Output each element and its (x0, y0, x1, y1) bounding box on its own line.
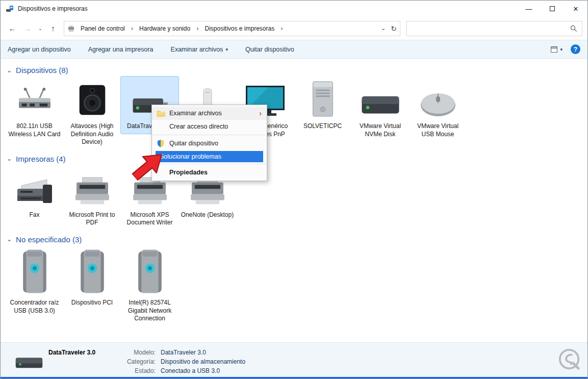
section-header-impresoras[interactable]: ⌄ Impresoras (4) (7, 155, 587, 163)
address-bar[interactable]: Panel de control › Hardware y sonido › D… (64, 21, 400, 36)
unspecified-grid: Concentrador raíz USB (USB 3.0) Disposit… (6, 246, 587, 326)
disk-drive-icon (359, 79, 402, 120)
search-icon[interactable] (566, 25, 582, 32)
back-button[interactable]: ← (6, 21, 19, 36)
maximize-button[interactable] (541, 1, 564, 17)
menu-item-label: Propiedades (169, 169, 208, 176)
collapse-chevron-icon: ⌄ (7, 156, 12, 161)
menu-item-crear-acceso-directo[interactable]: Crear acceso directo (152, 120, 267, 133)
menu-item-solucionar-problemas[interactable]: Solucionar problemas (156, 151, 263, 162)
context-menu: Examinar archivos › Crear acceso directo… (151, 105, 267, 181)
printer-tile-fax[interactable]: Fax (6, 165, 63, 222)
change-view-button[interactable]: ▾ (551, 46, 563, 53)
pc-tower-icon (309, 79, 337, 120)
fax-icon (14, 167, 55, 209)
search-box (406, 21, 582, 36)
menu-item-propiedades[interactable]: Propiedades (152, 166, 267, 179)
device-tile-solveticpc[interactable]: SOLVETICPC (294, 77, 351, 134)
titlebar: Dispositivos e impresoras — ✕ (1, 1, 587, 17)
add-device-label: Agregar un dispositivo (8, 46, 71, 53)
menu-item-quitar-dispositivo[interactable]: Quitar dispositivo (152, 137, 267, 150)
menu-item-label: Examinar archivos (169, 110, 222, 117)
property-label: Categoría: (116, 357, 156, 366)
add-device-button[interactable]: Agregar un dispositivo (8, 46, 71, 53)
browse-files-label: Examinar archivos (171, 46, 223, 53)
generic-device-icon (20, 248, 49, 297)
menu-item-label: Crear acceso directo (169, 123, 228, 130)
minimize-button[interactable]: — (517, 1, 541, 17)
device-properties: Modelo: DataTraveler 3.0 Categoría: Disp… (116, 348, 245, 375)
recent-locations-chevron-icon[interactable]: ⌄ (36, 21, 44, 36)
submenu-arrow-icon: › (259, 109, 262, 117)
device-tile-concentrador-raiz-usb[interactable]: Concentrador raíz USB (USB 3.0) (6, 246, 63, 318)
items-view: ⌄ Dispositivos (8) 802.11n USB Wireless … (1, 59, 587, 326)
menu-separator (152, 135, 266, 135)
printer-label: Fax (29, 211, 39, 222)
breadcrumb-separator-icon: › (280, 24, 283, 32)
devices-grid: 802.11n USB Wireless LAN Card Altavoces … (6, 77, 587, 149)
breadcrumb-separator-icon: › (131, 24, 134, 32)
device-tile-dispositivo-pci[interactable]: Dispositivo PCI (63, 246, 121, 310)
refresh-icon[interactable]: ↻ (391, 24, 397, 33)
device-label: Concentrador raíz USB (USB 3.0) (8, 299, 62, 318)
browse-files-button[interactable]: Examinar archivos ▾ (171, 46, 228, 53)
window-bottom-accent (1, 377, 587, 378)
printer-label: OneNote (Desktop) (181, 211, 234, 222)
device-label: Intel(R) 82574L Gigabit Network Connecti… (123, 299, 177, 326)
generic-device-icon (78, 248, 107, 297)
view-dropdown-caret-icon: ▾ (560, 47, 563, 52)
printers-grid: Fax Microsoft Print to PDF Microsoft XPS… (6, 165, 587, 230)
up-button[interactable]: ↑ (46, 21, 60, 36)
generic-device-icon (135, 248, 165, 297)
property-value: Conectado a USB 3.0 (161, 366, 220, 375)
device-tile-vmware-usb-mouse[interactable]: VMware Virtual USB Mouse (409, 77, 467, 141)
app-icon (6, 5, 14, 13)
device-tile-intel-gigabit-network[interactable]: Intel(R) 82574L Gigabit Network Connecti… (121, 246, 178, 326)
device-tile-vmware-nvme-disk[interactable]: VMware Virtual NVMe Disk (351, 77, 409, 141)
selected-device-icon (15, 348, 48, 372)
menu-item-label: Solucionar problemas (160, 153, 221, 160)
dropdown-caret-icon: ▾ (225, 47, 228, 52)
device-label: VMware Virtual NVMe Disk (353, 122, 407, 141)
printer-tile-microsoft-print-to-pdf[interactable]: Microsoft Print to PDF (63, 165, 121, 230)
devices-and-printers-window: { "window": { "title": "Dispositivos e i… (0, 0, 588, 379)
add-printer-label: Agregar una impresora (88, 46, 154, 53)
menu-item-examinar-archivos[interactable]: Examinar archivos › (152, 107, 267, 120)
menu-item-label: Quitar dispositivo (169, 140, 218, 147)
breadcrumb-item-panel-de-control[interactable]: Panel de control (78, 23, 127, 34)
printer-label: Microsoft Print to PDF (65, 211, 119, 230)
property-row-estado: Estado: Conectado a USB 3.0 (116, 366, 245, 375)
remove-device-button[interactable]: Quitar dispositivo (245, 46, 294, 53)
command-bar: Agregar un dispositivo Agregar una impre… (1, 40, 587, 59)
close-button[interactable]: ✕ (564, 1, 587, 17)
property-row-categoria: Categoría: Dispositivo de almacenamiento (116, 357, 245, 366)
device-label: SOLVETICPC (303, 122, 342, 134)
section-title: Impresoras (4) (16, 155, 66, 163)
printer-label: Microsoft XPS Document Writer (123, 211, 177, 230)
navigation-bar: ← → ⌄ ↑ Panel de control › Hardware y so… (1, 17, 587, 40)
speaker-icon (74, 79, 110, 120)
device-label: VMware Virtual USB Mouse (411, 122, 465, 141)
device-tile-altavoces[interactable]: Altavoces (High Definition Audio Device) (63, 77, 121, 149)
address-dropdown-chevron-icon[interactable]: ⌄ (381, 25, 386, 32)
add-printer-button[interactable]: Agregar una impresora (88, 46, 154, 53)
help-button[interactable]: ? (571, 44, 580, 54)
device-label: Dispositivo PCI (71, 299, 113, 310)
breadcrumb-separator-icon: › (196, 24, 199, 32)
breadcrumb-item-hardware-y-sonido[interactable]: Hardware y sonido (137, 23, 193, 34)
menu-separator (152, 164, 266, 164)
folder-icon (156, 110, 165, 117)
printer-icon (72, 167, 113, 209)
forward-button[interactable]: → (21, 21, 34, 36)
section-header-dispositivos[interactable]: ⌄ Dispositivos (8) (7, 66, 587, 74)
stylus-watermark-icon (558, 348, 581, 373)
selected-device-name: DataTraveler 3.0 (48, 348, 109, 356)
breadcrumb-item-dispositivos-e-impresoras[interactable]: Dispositivos e impresoras (202, 23, 277, 34)
search-input[interactable] (407, 21, 566, 36)
device-tile-wireless-lan-card[interactable]: 802.11n USB Wireless LAN Card (6, 77, 63, 141)
wireless-lan-card-icon (14, 79, 55, 120)
mouse-icon (418, 79, 458, 120)
remove-device-label: Quitar dispositivo (245, 46, 294, 53)
section-header-no-especificado[interactable]: ⌄ No especificado (3) (7, 235, 587, 244)
collapse-chevron-icon: ⌄ (7, 68, 12, 73)
